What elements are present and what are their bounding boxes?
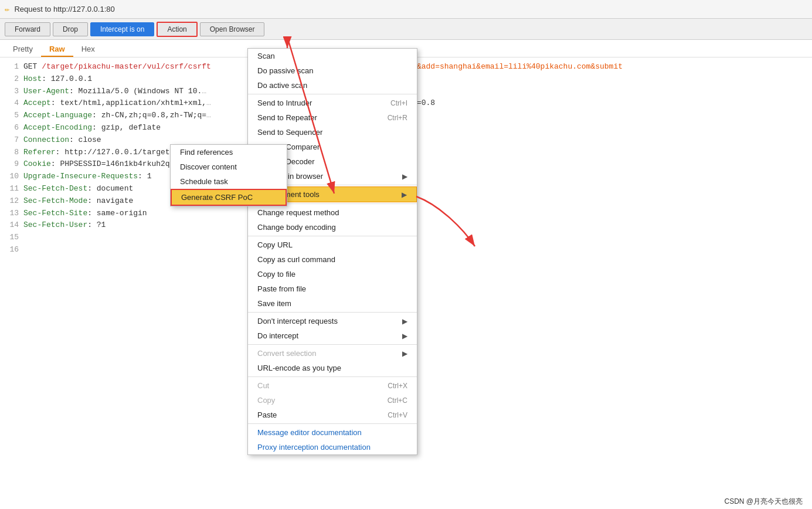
menu-copy-curl[interactable]: Copy as curl command xyxy=(248,252,417,267)
menu-cut[interactable]: Cut Ctrl+X xyxy=(248,378,417,393)
separator-5 xyxy=(248,312,417,313)
submenu-discover-content[interactable]: Discover content xyxy=(171,160,287,174)
request-title: Request to http://127.0.0.1:80 xyxy=(14,5,114,13)
arrow-icon-intercept: ▶ xyxy=(402,317,407,325)
separator-7 xyxy=(248,376,417,377)
separator-4 xyxy=(248,236,417,236)
context-menu: Scan Do passive scan Do active scan Send… xyxy=(247,48,417,455)
separator-1 xyxy=(248,94,417,94)
submenu-generate-csrf[interactable]: Generate CSRF PoC xyxy=(171,189,287,206)
menu-convert-selection[interactable]: Convert selection ▶ xyxy=(248,346,417,361)
menu-send-intruder[interactable]: Send to Intruder Ctrl+I xyxy=(248,96,417,110)
menu-paste-from-file[interactable]: Paste from file xyxy=(248,281,417,296)
top-bar: ✏ Request to http://127.0.0.1:80 xyxy=(0,0,812,19)
toolbar: Forward Drop Intercept is on Action Open… xyxy=(0,19,812,40)
action-button[interactable]: Action xyxy=(157,22,197,37)
separator-8 xyxy=(248,423,417,424)
arrow-icon-convert: ▶ xyxy=(402,349,407,358)
menu-do-passive-scan[interactable]: Do passive scan xyxy=(248,63,417,78)
menu-scan[interactable]: Scan xyxy=(248,49,417,63)
credit-text: CSDN @月亮今天也很亮 xyxy=(724,497,803,505)
bottom-bar: CSDN @月亮今天也很亮 xyxy=(715,494,812,509)
intercept-button[interactable]: Intercept is on xyxy=(90,22,154,36)
menu-do-active-scan[interactable]: Do active scan xyxy=(248,78,417,93)
menu-send-repeater[interactable]: Send to Repeater Ctrl+R xyxy=(248,110,417,125)
menu-copy-to-file[interactable]: Copy to file xyxy=(248,267,417,281)
forward-button[interactable]: Forward xyxy=(5,22,50,36)
edit-icon: ✏ xyxy=(5,4,9,14)
arrow-icon: ▶ xyxy=(402,172,407,181)
engagement-submenu: Find references Discover content Schedul… xyxy=(170,144,287,206)
menu-url-encode[interactable]: URL-encode as you type xyxy=(248,361,417,375)
menu-paste[interactable]: Paste Ctrl+V xyxy=(248,408,417,422)
menu-change-body-encoding[interactable]: Change body encoding xyxy=(248,220,417,235)
arrow-icon-do-intercept: ▶ xyxy=(402,332,407,340)
menu-do-intercept[interactable]: Do intercept ▶ xyxy=(248,328,417,343)
menu-copy[interactable]: Copy Ctrl+C xyxy=(248,393,417,408)
submenu-find-references[interactable]: Find references xyxy=(171,145,287,160)
menu-proxy-interception-doc[interactable]: Proxy interception documentation xyxy=(248,440,417,454)
menu-change-request-method[interactable]: Change request method xyxy=(248,205,417,220)
menu-message-editor-doc[interactable]: Message editor documentation xyxy=(248,425,417,440)
submenu-schedule-task[interactable]: Schedule task xyxy=(171,174,287,189)
tab-hex[interactable]: Hex xyxy=(73,42,103,57)
drop-button[interactable]: Drop xyxy=(53,22,88,36)
menu-dont-intercept[interactable]: Don't intercept requests ▶ xyxy=(248,314,417,328)
menu-send-sequencer[interactable]: Send to Sequencer xyxy=(248,125,417,140)
tab-raw[interactable]: Raw xyxy=(41,42,73,57)
tab-pretty[interactable]: Pretty xyxy=(5,42,41,57)
menu-copy-url[interactable]: Copy URL xyxy=(248,237,417,252)
separator-6 xyxy=(248,344,417,345)
arrow-icon-engagement: ▶ xyxy=(402,191,407,199)
menu-save-item[interactable]: Save item xyxy=(248,296,417,311)
open-browser-button[interactable]: Open Browser xyxy=(200,22,265,36)
